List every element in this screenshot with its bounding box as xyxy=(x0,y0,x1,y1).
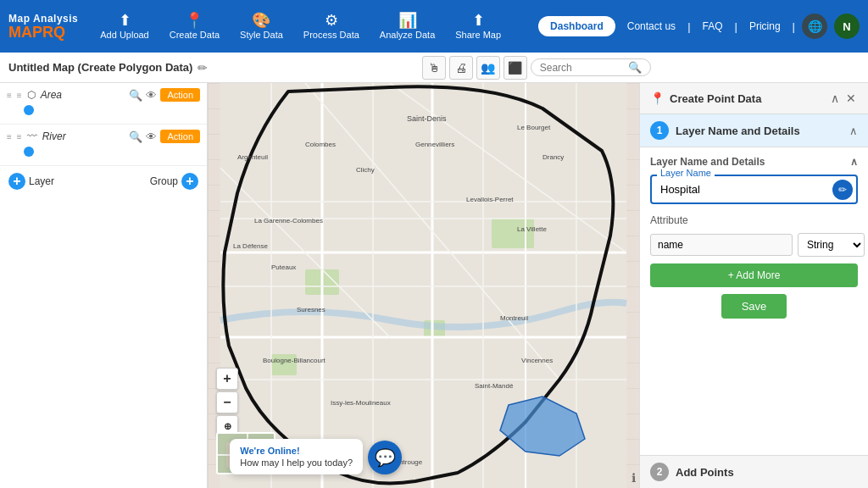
section1-chevron[interactable]: ∧ xyxy=(849,125,858,137)
panel-minimize-btn[interactable]: ∧ xyxy=(829,92,841,105)
users-tool[interactable]: 👥 xyxy=(476,56,500,80)
group-label: Group xyxy=(150,175,178,187)
nav-add-upload[interactable]: ⬆ Add Upload xyxy=(92,9,158,43)
svg-text:La Défense: La Défense xyxy=(233,242,268,250)
pricing-button[interactable]: Pricing xyxy=(744,20,786,32)
globe-avatar: 🌐 xyxy=(802,14,827,39)
drag-handle-area[interactable]: ≡ xyxy=(7,91,12,100)
analyze-icon: 📊 xyxy=(398,13,417,28)
eye-icon-river[interactable]: 👁 xyxy=(146,130,157,143)
panel-body: Layer Name and Details ∧ Layer Name ✏ At… xyxy=(640,147,868,455)
drag-handle-area2[interactable]: ≡ xyxy=(17,91,22,100)
panel-close-btn[interactable]: ✕ xyxy=(844,92,858,105)
layer-name-label: Layer Name xyxy=(657,168,715,178)
cursor-tool[interactable]: 🖱 xyxy=(422,56,446,80)
svg-text:Le Bourget: Le Bourget xyxy=(517,124,551,131)
layer-item-river: ≡ ≡ 〰 River 🔍 👁 Action xyxy=(0,125,207,166)
faq-button[interactable]: FAQ xyxy=(698,20,728,32)
toolbar-icons: 🖱 🖨 👥 ⬛ 🔍 xyxy=(213,56,860,80)
print-tool[interactable]: 🖨 xyxy=(449,56,473,80)
layer-name-edit-btn[interactable]: ✏ xyxy=(832,180,853,200)
main-content: ≡ ≡ ⬡ Area 🔍 👁 Action ≡ ≡ 〰 River 🔍 xyxy=(0,83,868,488)
layer-item-area: ≡ ≡ ⬡ Area 🔍 👁 Action xyxy=(0,83,207,125)
eye-icon-area[interactable]: 👁 xyxy=(146,89,157,102)
polygon-icon: ⬡ xyxy=(27,89,36,101)
edit-title-icon[interactable]: ✏ xyxy=(198,61,208,75)
nav-create-data[interactable]: 📍 Create Data xyxy=(161,9,228,43)
nav-style-data[interactable]: 🎨 Style Data xyxy=(231,9,292,43)
left-panel: ≡ ≡ ⬡ Area 🔍 👁 Action ≡ ≡ 〰 River 🔍 xyxy=(0,83,208,488)
pin-icon: 📍 xyxy=(650,92,665,105)
action-btn-area[interactable]: Action xyxy=(160,88,200,102)
search-icon: 🔍 xyxy=(628,61,642,74)
add-more-btn[interactable]: + Add More xyxy=(650,263,858,287)
nav-analyze-data[interactable]: 📊 Analyze Data xyxy=(371,9,443,43)
add-layer-btn[interactable]: + Layer xyxy=(8,173,54,190)
svg-text:Boulogne-Billancourt: Boulogne-Billancourt xyxy=(263,357,326,364)
app-section: Map Analysis xyxy=(8,13,78,25)
section1-header: 1 Layer Name and Details ∧ xyxy=(640,114,868,147)
topbar: Map Analysis MAPRQ ⬆ Add Upload 📍 Create… xyxy=(0,0,868,53)
step1-circle: 1 xyxy=(650,121,669,140)
svg-text:Gennevilliers: Gennevilliers xyxy=(415,141,454,148)
attr-type-select[interactable]: String Number Boolean xyxy=(798,233,865,257)
map-svg: Saint-Denis Le Bourget Drancy Argenteuil… xyxy=(208,83,639,488)
subsection-header: Layer Name and Details ∧ xyxy=(650,156,858,168)
magnify-icon-area[interactable]: 🔍 xyxy=(129,89,142,102)
layer-name-area: Area xyxy=(41,89,125,101)
layer-name-river: River xyxy=(42,130,125,142)
drag-handle-river[interactable]: ≡ xyxy=(7,132,12,141)
chat-btn[interactable]: 💬 xyxy=(368,441,402,474)
attr-name-input[interactable] xyxy=(650,234,793,256)
svg-text:Saint-Mandé: Saint-Mandé xyxy=(475,382,514,390)
info-icon: ℹ xyxy=(632,471,636,485)
svg-text:Argenteuil: Argenteuil xyxy=(237,153,268,161)
section2-header: 2 Add Points xyxy=(640,455,868,488)
map-title: Untitled Map (Create Polygon Data) xyxy=(8,61,192,74)
logo: Map Analysis MAPRQ xyxy=(8,13,78,40)
magnify-icon-river[interactable]: 🔍 xyxy=(129,130,142,143)
search-input[interactable] xyxy=(540,62,625,74)
chat-widget: We're Online! How may I help you today? … xyxy=(230,439,402,474)
zoom-out-btn[interactable]: − xyxy=(216,391,238,413)
style-icon: 🎨 xyxy=(252,13,270,28)
layer-label: Layer xyxy=(29,175,54,187)
upload-icon: ⬆ xyxy=(119,13,131,28)
section1-title: Layer Name and Details xyxy=(676,125,800,137)
dashboard-button[interactable]: Dashboard xyxy=(538,16,615,36)
contact-button[interactable]: Contact us xyxy=(622,20,681,32)
square-tool[interactable]: ⬛ xyxy=(504,56,527,80)
process-icon: ⚙ xyxy=(325,13,338,28)
secondbar: Untitled Map (Create Polygon Data) ✏ 🖱 🖨… xyxy=(0,53,868,83)
svg-text:Puteaux: Puteaux xyxy=(271,263,296,271)
map-area[interactable]: Saint-Denis Le Bourget Drancy Argenteuil… xyxy=(208,83,639,488)
user-avatar[interactable]: N xyxy=(834,14,860,39)
action-btn-river[interactable]: Action xyxy=(160,130,200,143)
map-title-area: Untitled Map (Create Polygon Data) ✏ xyxy=(8,61,208,75)
nav-process-data[interactable]: ⚙ Process Data xyxy=(295,9,368,43)
layer-name-group: Layer Name ✏ xyxy=(650,175,858,204)
search-bar: 🔍 xyxy=(531,58,651,76)
svg-text:Saint-Denis: Saint-Denis xyxy=(407,114,447,123)
create-icon: 📍 xyxy=(185,13,203,28)
map-controls: + − ⊕ xyxy=(216,368,238,437)
dot-area xyxy=(24,105,34,115)
svg-text:Issy-les-Moulineaux: Issy-les-Moulineaux xyxy=(331,399,391,407)
nav-items: ⬆ Add Upload 📍 Create Data 🎨 Style Data … xyxy=(92,9,538,43)
svg-text:Suresnes: Suresnes xyxy=(297,306,326,313)
add-group-btn[interactable]: Group + xyxy=(150,173,198,190)
layer-name-input[interactable] xyxy=(650,175,858,204)
drag-handle-river2[interactable]: ≡ xyxy=(17,132,22,141)
svg-text:Levallois-Perret: Levallois-Perret xyxy=(466,196,514,203)
subsection-chevron[interactable]: ∧ xyxy=(850,156,858,168)
right-panel: 📍 Create Point Data ∧ ✕ 1 Layer Name and… xyxy=(639,83,868,488)
attribute-label: Attribute xyxy=(650,214,858,226)
chat-text: How may I help you today? xyxy=(240,458,353,468)
share-icon: ⬆ xyxy=(472,13,485,28)
save-btn[interactable]: Save xyxy=(721,294,787,319)
plus-group-icon: + xyxy=(181,173,198,190)
svg-text:Drancy: Drancy xyxy=(542,153,564,161)
nav-share-map[interactable]: ⬆ Share Map xyxy=(447,9,509,43)
svg-text:Montreuil: Montreuil xyxy=(500,314,528,322)
zoom-in-btn[interactable]: + xyxy=(216,368,238,390)
